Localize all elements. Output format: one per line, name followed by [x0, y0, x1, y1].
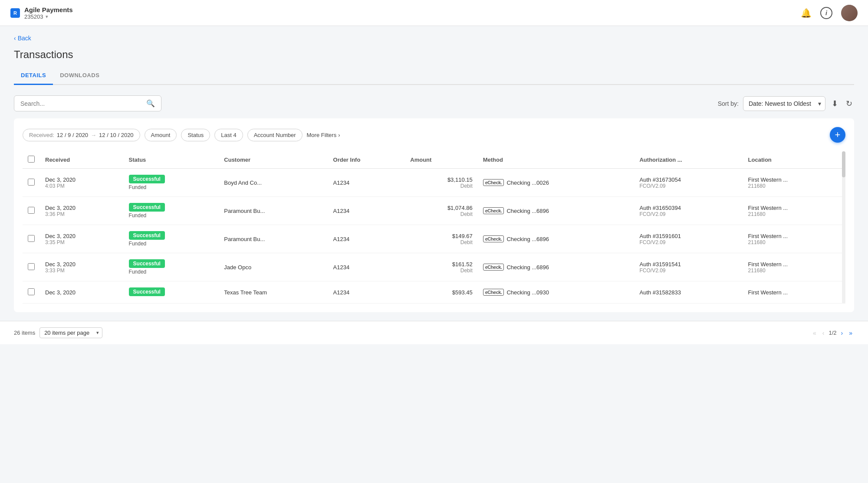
row-status: Successful Funded [124, 197, 219, 225]
filter-status[interactable]: Status [181, 129, 210, 141]
scrollbar-thumb[interactable] [842, 151, 845, 177]
header-left: R Agile Payments 235203 ▾ [10, 6, 73, 20]
method-detail: Checking ...6896 [506, 236, 549, 242]
sort-select-wrapper: Date: Newest to Oldest Date: Oldest to N… [743, 96, 825, 111]
row-location: First Western ... [743, 281, 845, 304]
row-method: eCheck. Checking ...6896 [478, 225, 635, 253]
table-row[interactable]: Dec 3, 2020 3:35 PM Successful Funded Pa… [23, 225, 845, 253]
row-status: Successful [124, 281, 219, 304]
filter-row: Received: 12 / 9 / 2020 → 12 / 10 / 2020… [23, 127, 845, 143]
select-all-checkbox[interactable] [28, 156, 35, 163]
row-method: eCheck. Checking ...6896 [478, 253, 635, 281]
row-checkbox-cell [23, 225, 40, 253]
header-order-info: Order Info [328, 151, 405, 169]
brand-badge: R [10, 8, 20, 18]
header-authorization: Authorization ... [634, 151, 743, 169]
header-right: 🔔 i [801, 5, 858, 21]
row-checkbox[interactable] [28, 235, 35, 242]
back-label[interactable]: Back [18, 35, 31, 42]
more-filters-label: More Filters [307, 132, 337, 138]
header-status: Status [124, 151, 219, 169]
table-row[interactable]: Dec 3, 2020 Successful Texas Tree Team A… [23, 281, 845, 304]
method-detail: Checking ...0026 [506, 179, 549, 186]
row-location: First Western ... 211680 [743, 197, 845, 225]
row-auth: Auth #31591601 FCO/V2.09 [634, 225, 743, 253]
info-icon[interactable]: i [820, 7, 832, 19]
header-method: Method [478, 151, 635, 169]
search-box[interactable]: 🔍 [14, 95, 161, 111]
more-filters[interactable]: More Filters › [307, 132, 340, 138]
transactions-table: Received Status Customer Order Info Amou… [23, 151, 845, 304]
echeck-label: eCheck. [483, 207, 504, 214]
first-page-button[interactable]: « [811, 329, 818, 337]
table-wrap: Received Status Customer Order Info Amou… [23, 151, 845, 304]
table-row[interactable]: Dec 3, 2020 3:36 PM Successful Funded Pa… [23, 197, 845, 225]
scrollbar-track[interactable] [842, 151, 845, 304]
notification-bell-icon[interactable]: 🔔 [801, 8, 812, 18]
row-date: Dec 3, 2020 3:33 PM [40, 253, 124, 281]
tab-downloads[interactable]: DOWNLOADS [53, 68, 106, 85]
back-link[interactable]: ‹ Back [14, 35, 854, 42]
main-content: ‹ Back Transactions DETAILS DOWNLOADS 🔍 … [0, 26, 868, 321]
row-order-info: A1234 [328, 169, 405, 197]
header-received: Received [40, 151, 124, 169]
row-method: eCheck. Checking ...6896 [478, 197, 635, 225]
method-detail: Checking ...6896 [506, 208, 549, 214]
filter-account-number[interactable]: Account Number [247, 129, 302, 141]
filter-amount[interactable]: Amount [145, 129, 177, 141]
filter-received[interactable]: Received: 12 / 9 / 2020 → 12 / 10 / 2020 [23, 129, 140, 141]
header-amount: Amount [405, 151, 477, 169]
row-date: Dec 3, 2020 3:36 PM [40, 197, 124, 225]
table-row[interactable]: Dec 3, 2020 4:03 PM Successful Funded Bo… [23, 169, 845, 197]
row-checkbox-cell [23, 281, 40, 304]
download-icon[interactable]: ⬇ [830, 97, 840, 110]
page-info: 1/2 [829, 330, 836, 336]
avatar[interactable] [841, 5, 858, 21]
header-checkbox-col [23, 151, 40, 169]
row-checkbox[interactable] [28, 179, 35, 186]
row-customer: Texas Tree Team [219, 281, 328, 304]
per-page-select[interactable]: 10 items per page 20 items per page 50 i… [39, 327, 102, 338]
row-method: eCheck. Checking ...0930 [478, 281, 635, 304]
row-auth: Auth #31673054 FCO/V2.09 [634, 169, 743, 197]
filter-last4[interactable]: Last 4 [214, 129, 243, 141]
page-title: Transactions [14, 49, 854, 61]
table-row[interactable]: Dec 3, 2020 3:33 PM Successful Funded Ja… [23, 253, 845, 281]
row-customer: Jade Opco [219, 253, 328, 281]
header-id: 235203 ▾ [24, 13, 73, 20]
row-checkbox[interactable] [28, 263, 35, 270]
row-auth: Auth #31650394 FCO/V2.09 [634, 197, 743, 225]
transactions-table-container: Received Status Customer Order Info Amou… [23, 151, 845, 304]
row-date: Dec 3, 2020 4:03 PM [40, 169, 124, 197]
add-button[interactable]: + [830, 127, 845, 143]
refresh-icon[interactable]: ↻ [844, 97, 854, 110]
header-chevron-icon[interactable]: ▾ [46, 14, 48, 20]
header-customer: Customer [219, 151, 328, 169]
sort-select[interactable]: Date: Newest to Oldest Date: Oldest to N… [743, 96, 825, 111]
last-page-button[interactable]: » [847, 329, 854, 337]
search-input[interactable] [20, 100, 143, 107]
row-checkbox[interactable] [28, 288, 35, 295]
filter-received-label: Received: [29, 132, 54, 138]
brand-name: Agile Payments [24, 6, 73, 13]
header-location: Location [743, 151, 845, 169]
row-customer: Boyd And Co... [219, 169, 328, 197]
content-box: Received: 12 / 9 / 2020 → 12 / 10 / 2020… [14, 118, 854, 312]
footer-left: 26 items 10 items per page 20 items per … [14, 327, 102, 338]
row-checkbox[interactable] [28, 207, 35, 214]
method-detail: Checking ...0930 [506, 289, 549, 296]
echeck-label: eCheck. [483, 235, 504, 242]
next-page-button[interactable]: › [839, 329, 845, 337]
row-method: eCheck. Checking ...0026 [478, 169, 635, 197]
row-amount: $1,074.86 Debit [405, 197, 477, 225]
prev-page-button[interactable]: ‹ [821, 329, 826, 337]
toolbar: 🔍 Sort by: Date: Newest to Oldest Date: … [14, 95, 854, 111]
row-order-info: A1234 [328, 281, 405, 304]
table-body: Dec 3, 2020 4:03 PM Successful Funded Bo… [23, 169, 845, 304]
tab-details[interactable]: DETAILS [14, 68, 53, 85]
app-header: R Agile Payments 235203 ▾ 🔔 i [0, 0, 868, 26]
tab-bar: DETAILS DOWNLOADS [14, 68, 854, 85]
row-status: Successful Funded [124, 169, 219, 197]
table-header: Received Status Customer Order Info Amou… [23, 151, 845, 169]
row-amount: $593.45 [405, 281, 477, 304]
